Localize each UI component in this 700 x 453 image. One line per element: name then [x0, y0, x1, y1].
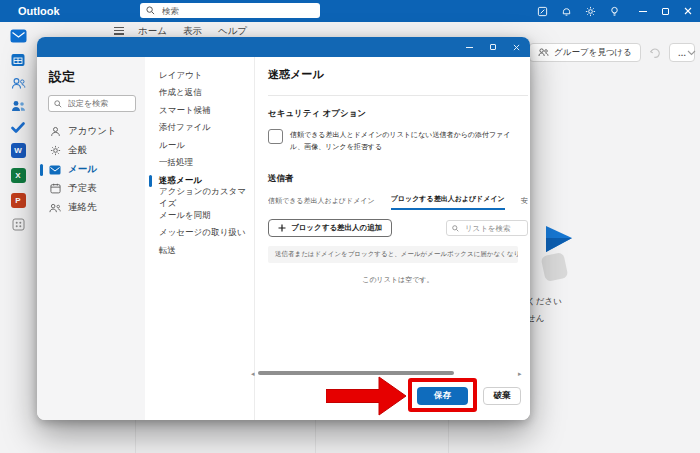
nav-forwarding[interactable]: 転送	[145, 242, 254, 260]
search-icon	[54, 100, 62, 108]
hscroll-left-arrow[interactable]: ◂	[251, 370, 255, 377]
add-blocked-sender-button[interactable]: ブロックする差出人の追加	[268, 219, 392, 237]
nav-message-handling[interactable]: メッセージの取り扱い	[145, 225, 254, 243]
category-contacts[interactable]: 連絡先	[37, 198, 145, 217]
category-calendar[interactable]: 予定表	[37, 179, 145, 198]
settings-category-panel: 設定 アカウント	[37, 57, 145, 420]
more-apps-icon[interactable]	[12, 218, 25, 231]
mail-settings-nav: レイアウト 作成と返信 スマート候補 添付ファイル ルール 一括処理 迷惑メール…	[145, 57, 255, 420]
nav-sync-email[interactable]: メールを同期	[145, 207, 254, 225]
annotation-arrow	[326, 376, 407, 416]
list-search-box[interactable]	[446, 220, 528, 236]
nav-compose-reply[interactable]: 作成と返信	[145, 85, 254, 103]
powerpoint-icon[interactable]: P	[11, 193, 26, 208]
groups-small-icon	[538, 48, 549, 57]
people-icon[interactable]	[11, 77, 26, 90]
person-icon	[49, 126, 61, 137]
nav-customize-actions[interactable]: アクションのカスタマイズ	[145, 190, 254, 208]
close-icon[interactable]	[684, 7, 692, 15]
senders-heading: 送信者	[268, 173, 528, 185]
page-title: 迷惑メール	[268, 67, 528, 82]
category-mail[interactable]: メール	[37, 160, 145, 179]
dialog-close-icon[interactable]	[513, 44, 520, 51]
mail-icon	[49, 165, 61, 175]
minimize-icon[interactable]	[639, 11, 647, 12]
calendar-icon	[49, 183, 61, 194]
nav-sweep[interactable]: 一括処理	[145, 155, 254, 173]
dialog-titlebar	[37, 37, 530, 57]
find-groups-button[interactable]: グループを見つける	[529, 43, 641, 62]
groups-icon[interactable]	[11, 100, 26, 112]
top-app-bar: Outlook	[0, 0, 700, 22]
undo-icon[interactable]	[649, 47, 661, 58]
junk-email-pane: 迷惑メール セキュリティ オプション 信頼できる差出人とドメインのリストにない送…	[255, 57, 530, 420]
blocked-senders-info: 送信者またはドメインをブロックすると、メールがメールボックスに届かなくなります。	[268, 246, 518, 263]
plus-icon	[278, 224, 286, 232]
nav-layout[interactable]: レイアウト	[145, 67, 254, 85]
background-illustration-shape	[541, 252, 569, 282]
mail-toolbar: グループを見つける …	[529, 43, 695, 62]
word-icon[interactable]: W	[11, 143, 26, 158]
settings-gear-icon[interactable]	[585, 6, 596, 17]
hamburger-menu-icon[interactable]	[114, 27, 124, 37]
chevron-down-icon[interactable]	[687, 50, 696, 56]
tips-lightbulb-icon[interactable]	[609, 6, 620, 17]
gear-icon	[49, 145, 61, 156]
settings-search-input[interactable]	[66, 98, 130, 109]
list-search-input[interactable]	[463, 223, 522, 234]
category-general[interactable]: 全般	[37, 141, 145, 160]
nav-smart-suggestions[interactable]: スマート候補	[145, 102, 254, 120]
background-text-fragment: ください	[527, 296, 562, 308]
contacts-icon	[49, 203, 61, 213]
security-options-heading: セキュリティ オプション	[268, 108, 528, 120]
annotation-highlight-box	[408, 378, 477, 412]
senders-tabs: 信頼できる差出人およびドメイン ブロックする差出人およびドメイン 安	[268, 194, 528, 210]
block-untrusted-content-checkbox[interactable]	[268, 129, 283, 144]
app-title: Outlook	[18, 5, 60, 17]
divider	[268, 95, 528, 96]
tab-blocked-senders[interactable]: ブロックする差出人およびドメイン	[391, 194, 505, 210]
settings-search-box[interactable]	[48, 95, 136, 112]
dialog-maximize-icon[interactable]	[490, 44, 496, 50]
notifications-bell-icon[interactable]	[561, 6, 572, 17]
category-account[interactable]: アカウント	[37, 122, 145, 141]
app-rail: W X P	[0, 22, 36, 453]
outlook-app-window: Outlook	[0, 0, 700, 453]
horizontal-scrollbar[interactable]	[258, 371, 454, 375]
pane-divider	[315, 420, 316, 453]
tab-safe-mailing-lists-partial[interactable]: 安	[521, 196, 528, 210]
hscroll-right-arrow[interactable]: ▸	[518, 370, 522, 377]
outlook-mail-icon[interactable]	[10, 29, 27, 43]
empty-list-text: このリストは空です。	[268, 275, 528, 285]
settings-dialog: 設定 アカウント	[37, 37, 530, 420]
dialog-minimize-icon[interactable]	[466, 47, 473, 48]
discard-button[interactable]: 破棄	[483, 387, 521, 405]
global-search-box[interactable]	[140, 3, 320, 18]
search-input[interactable]	[160, 5, 314, 17]
excel-icon[interactable]: X	[11, 168, 26, 183]
nav-attachments[interactable]: 添付ファイル	[145, 120, 254, 138]
pane-divider	[448, 420, 449, 453]
maximize-icon[interactable]	[662, 8, 669, 15]
search-icon	[452, 225, 459, 232]
notes-icon[interactable]	[537, 6, 548, 17]
calendar-icon[interactable]	[11, 53, 25, 67]
todo-check-icon[interactable]	[11, 122, 25, 133]
background-illustration	[546, 224, 574, 254]
tab-trusted-senders[interactable]: 信頼できる差出人およびドメイン	[268, 196, 375, 210]
search-icon	[146, 6, 155, 15]
checkbox-label: 信頼できる差出人とドメインのリストにない送信者からの添付ファイル、画像、リンクを…	[290, 129, 518, 152]
settings-title: 設定	[49, 68, 145, 86]
nav-rules[interactable]: ルール	[145, 137, 254, 155]
pane-divider	[135, 420, 136, 453]
